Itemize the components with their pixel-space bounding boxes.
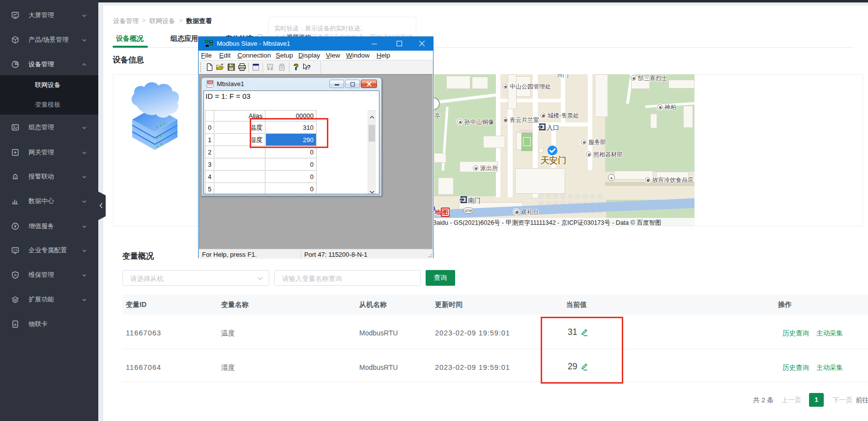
svg-text:?: ? — [307, 64, 311, 71]
svg-text:DOC: DOC — [208, 81, 213, 84]
svg-text:?: ? — [294, 63, 299, 71]
